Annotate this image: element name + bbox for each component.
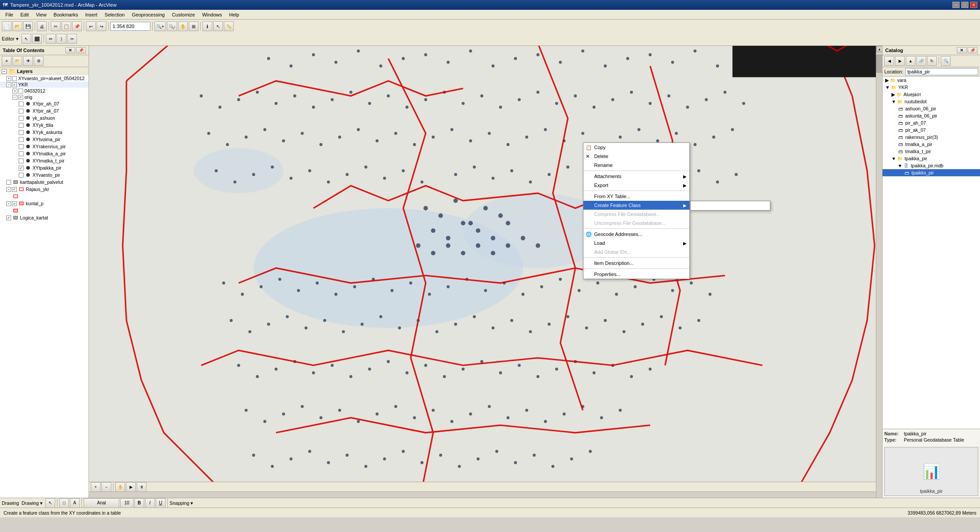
edit-tool[interactable]: ↖ bbox=[21, 34, 31, 44]
list-item[interactable]: XYvaesto_pir bbox=[0, 171, 89, 179]
catalog-item[interactable]: 🗃 pir_ak_07 bbox=[883, 126, 980, 134]
sketch-tool[interactable]: ✏ bbox=[46, 34, 56, 44]
list-item[interactable]: − ✓ YKR bbox=[0, 81, 89, 88]
list-item[interactable]: − ✓ kuntal_p bbox=[0, 200, 89, 207]
bold-btn[interactable]: B bbox=[134, 498, 144, 508]
ctx-copy[interactable]: 📋 Copy bbox=[583, 143, 689, 152]
expand-icon[interactable]: ▶ bbox=[885, 77, 889, 83]
layer-checkbox[interactable] bbox=[19, 130, 24, 135]
layer-checkbox[interactable]: ✓ bbox=[6, 215, 11, 220]
zoom-out-button[interactable]: 🔍- bbox=[167, 21, 177, 31]
ctx-rename[interactable]: Rename bbox=[583, 161, 689, 170]
scrollbar-thumb[interactable] bbox=[876, 55, 882, 73]
ctx-properties[interactable]: Properties... bbox=[583, 270, 689, 279]
open-button[interactable]: 📂 bbox=[12, 21, 22, 31]
toc-pin[interactable]: 📌 bbox=[76, 47, 86, 53]
catalog-selected-item[interactable]: 🗃 tpaikks_pir bbox=[883, 169, 980, 176]
identify-button[interactable]: ℹ bbox=[202, 21, 212, 31]
menu-help[interactable]: Help bbox=[226, 11, 243, 18]
new-button[interactable]: 📄 bbox=[2, 21, 12, 31]
menu-edit[interactable]: Edit bbox=[17, 11, 32, 18]
list-item[interactable]: − ✓ Rajaus_ykr bbox=[0, 186, 89, 193]
catalog-item[interactable]: ▼ 🗄 tpaikka_pir.mdb bbox=[883, 162, 980, 169]
underline-btn[interactable]: U bbox=[156, 498, 166, 508]
catalog-item[interactable]: 🗃 rakennus_pir(3) bbox=[883, 134, 980, 141]
map-area[interactable]: ▲ + − ✋ ▶ ⏸ bbox=[89, 46, 882, 498]
edit-vertices[interactable]: ⬛ bbox=[32, 34, 42, 44]
expand-icon[interactable]: − bbox=[6, 187, 11, 192]
layer-checkbox[interactable] bbox=[19, 137, 24, 142]
zoom-in-button[interactable]: 🔍+ bbox=[154, 21, 166, 31]
menu-windows[interactable]: Windows bbox=[198, 11, 226, 18]
scroll-up-button[interactable]: ▲ bbox=[876, 46, 882, 52]
catalog-item[interactable]: 🗃 tmatka_t_pir bbox=[883, 148, 980, 155]
menu-view[interactable]: View bbox=[32, 11, 50, 18]
list-item[interactable]: XYtmatka_t_pir bbox=[0, 157, 89, 164]
toc-content[interactable]: − 📁 Layers + XYvaesto_pir+alueet_0504201… bbox=[0, 67, 89, 498]
split-tool[interactable]: ✂ bbox=[67, 34, 77, 44]
list-item[interactable]: − ✓ orig bbox=[0, 94, 89, 100]
layer-checkbox[interactable] bbox=[19, 173, 24, 178]
italic-btn[interactable]: I bbox=[145, 498, 155, 508]
catalog-item[interactable]: 🗃 askunta_06_pir bbox=[883, 112, 980, 119]
catalog-search[interactable]: 🔍 bbox=[941, 56, 951, 66]
arrow-tool[interactable]: ↖ bbox=[45, 498, 55, 508]
catalog-item[interactable]: ▼ 📁 YKR bbox=[883, 84, 980, 91]
catalog-item[interactable]: ▶ 📁 Aluejaoт bbox=[883, 91, 980, 98]
list-item[interactable]: yk_ashuon bbox=[0, 114, 89, 122]
list-item[interactable]: XYyk_ttila bbox=[0, 122, 89, 129]
expand-icon[interactable]: − bbox=[12, 95, 17, 100]
list-item[interactable]: XYtmatka_a_pir bbox=[0, 150, 89, 157]
ctx-load[interactable]: Load ▶ bbox=[583, 239, 689, 248]
catalog-item[interactable]: ▼ 📁 tpaikka_pir bbox=[883, 155, 980, 162]
ctx-item-description[interactable]: Item Description... bbox=[583, 259, 689, 268]
catalog-item[interactable]: ▶ 📁 vara bbox=[883, 77, 980, 84]
undo-button[interactable]: ↩ bbox=[86, 21, 96, 31]
location-input[interactable]: tpaikka_pir bbox=[905, 68, 978, 75]
zoom-out-small[interactable]: − bbox=[101, 482, 111, 492]
ctx-geocode[interactable]: 🌐 Geocode Addresses... bbox=[583, 230, 689, 239]
draw-text[interactable]: A bbox=[70, 498, 80, 508]
zoom-in-small[interactable]: + bbox=[91, 482, 101, 492]
menu-customize[interactable]: Customize bbox=[168, 11, 198, 18]
map-hscrollbar[interactable] bbox=[89, 491, 876, 498]
map-scrollbar[interactable]: ▲ bbox=[876, 46, 882, 498]
menu-bookmarks[interactable]: Bookmarks bbox=[50, 11, 81, 18]
layer-checkbox[interactable] bbox=[12, 76, 17, 81]
catalog-item[interactable]: 🗃 tmatka_a_pir bbox=[883, 141, 980, 148]
catalog-item[interactable]: 🗃 pir_ah_07 bbox=[883, 119, 980, 126]
catalog-item[interactable]: ▼ 📁 ruututiedot bbox=[883, 98, 980, 105]
ctx-create-feature-class[interactable]: Create Feature Class ▶ From XY Table... bbox=[583, 201, 689, 210]
list-item[interactable]: + XYvaesto_pir+alueet_05042012 bbox=[0, 75, 89, 81]
toc-options[interactable]: ⚙ bbox=[34, 56, 44, 66]
toc-close[interactable]: ✕ bbox=[65, 47, 75, 53]
pan-ctrl[interactable]: ✋ bbox=[115, 482, 125, 492]
layer-checkbox[interactable] bbox=[6, 180, 11, 185]
catalog-forward[interactable]: ▶ bbox=[895, 56, 905, 66]
list-item[interactable]: karttapalute_palvelut bbox=[0, 179, 89, 186]
menu-insert[interactable]: Insert bbox=[81, 11, 101, 18]
layer-checkbox[interactable]: ✓ bbox=[12, 187, 17, 192]
expand-icon[interactable]: + bbox=[6, 76, 11, 81]
pause-btn[interactable]: ⏸ bbox=[137, 482, 146, 492]
list-item[interactable] bbox=[0, 193, 89, 200]
reshape-tool[interactable]: ⟩ bbox=[57, 34, 66, 44]
maximize-button[interactable]: □ bbox=[961, 2, 968, 8]
select-button[interactable]: ↖ bbox=[213, 21, 223, 31]
expand-icon[interactable]: ▼ bbox=[891, 99, 896, 104]
expand-icon[interactable]: ▼ bbox=[885, 85, 890, 90]
expand-icon[interactable]: + bbox=[12, 89, 17, 93]
menu-selection[interactable]: Selection bbox=[101, 11, 128, 18]
toc-list-view[interactable]: ≡ bbox=[2, 56, 12, 66]
ctx-export[interactable]: Export ▶ bbox=[583, 181, 689, 190]
draw-rect[interactable]: □ bbox=[59, 498, 69, 508]
layer-checkbox[interactable] bbox=[19, 151, 24, 156]
ctx-from-xy[interactable]: From XY Table... bbox=[583, 192, 689, 201]
ctx-delete[interactable]: ✕ Delete bbox=[583, 152, 689, 161]
copy-button[interactable]: 📋 bbox=[61, 21, 71, 31]
cut-button[interactable]: ✂ bbox=[51, 21, 61, 31]
expand-icon[interactable]: − bbox=[6, 82, 11, 87]
layer-checkbox[interactable] bbox=[19, 102, 24, 106]
catalog-up[interactable]: ▲ bbox=[906, 56, 915, 66]
layers-expand[interactable]: − bbox=[2, 69, 7, 74]
